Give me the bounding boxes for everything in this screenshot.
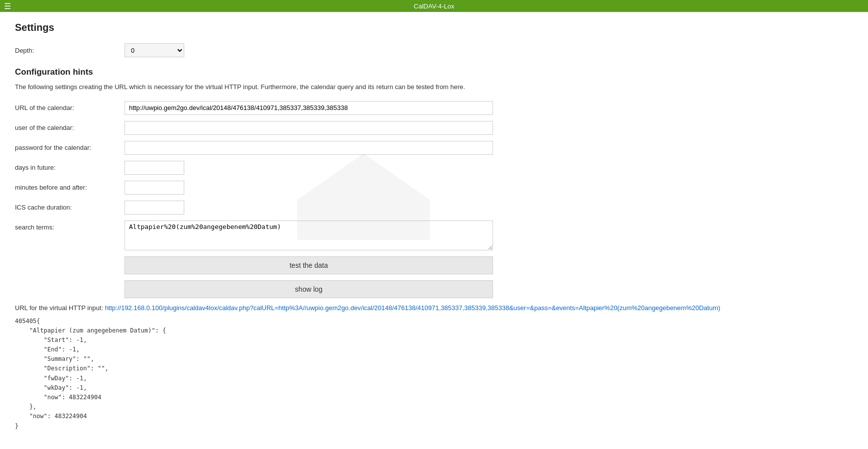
url-calendar-row: URL of the calendar: xyxy=(15,101,853,115)
config-hints-section: Configuration hints The following settin… xyxy=(15,67,853,431)
config-hints-title: Configuration hints xyxy=(15,67,853,77)
ics-cache-row: ICS cache duration: xyxy=(15,201,853,215)
log-output: 405405{ "Altpapier (zum angegebenem Datu… xyxy=(15,317,853,431)
days-future-input[interactable] xyxy=(124,161,184,175)
virtual-url-link[interactable]: http://192.168.0.100/plugins/caldav4lox/… xyxy=(105,304,721,312)
url-calendar-input[interactable] xyxy=(124,101,493,115)
password-calendar-label: password for the calendar: xyxy=(15,141,124,151)
search-terms-row: search terms: Altpapier%20(zum%20angegeb… xyxy=(15,221,853,250)
page-title: Settings xyxy=(15,22,853,33)
depth-row: Depth: 0 1 2 infinity xyxy=(15,43,853,57)
app-title: CalDAV-4-Lox xyxy=(414,2,454,10)
search-terms-label: search terms: xyxy=(15,221,124,231)
minutes-row: minutes before and after: xyxy=(15,181,853,195)
password-calendar-input[interactable] xyxy=(124,141,493,155)
user-calendar-input[interactable] xyxy=(124,121,493,135)
virtual-url-section: URL for the virtual HTTP input: http://1… xyxy=(15,304,853,312)
days-future-label: days in future: xyxy=(15,161,124,171)
depth-label: Depth: xyxy=(15,47,124,54)
show-log-button[interactable]: show log xyxy=(124,280,493,298)
ics-cache-label: ICS cache duration: xyxy=(15,201,124,211)
ics-cache-input[interactable] xyxy=(124,201,184,215)
user-calendar-row: user of the calendar: xyxy=(15,121,853,135)
minutes-label: minutes before and after: xyxy=(15,181,124,191)
search-terms-input[interactable]: Altpapier%20(zum%20angegebenem%20Datum) xyxy=(124,221,493,250)
password-calendar-row: password for the calendar: xyxy=(15,141,853,155)
main-content: Settings Depth: 0 1 2 infinity Configura… xyxy=(0,12,868,441)
hamburger-icon[interactable]: ☰ xyxy=(4,1,11,11)
virtual-url-label: URL for the virtual HTTP input: xyxy=(15,304,103,312)
settings-section: Depth: 0 1 2 infinity xyxy=(15,43,853,57)
user-calendar-label: user of the calendar: xyxy=(15,121,124,131)
days-future-row: days in future: xyxy=(15,161,853,175)
depth-select[interactable]: 0 1 2 infinity xyxy=(124,43,184,57)
hint-description: The following settings creating the URL … xyxy=(15,82,853,92)
topbar: ☰ CalDAV-4-Lox xyxy=(0,0,868,12)
test-data-button[interactable]: test the data xyxy=(124,256,493,274)
minutes-input[interactable] xyxy=(124,181,184,195)
url-calendar-label: URL of the calendar: xyxy=(15,101,124,112)
